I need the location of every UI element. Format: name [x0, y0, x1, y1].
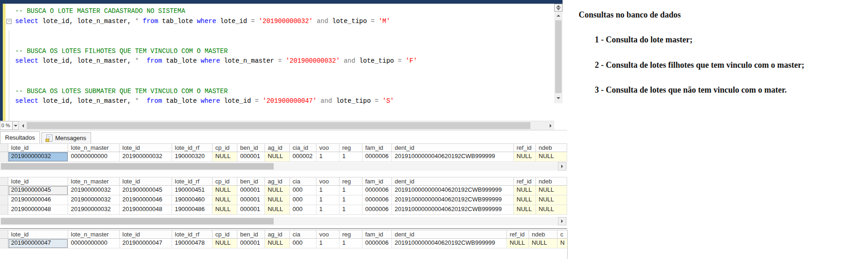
grid-cell[interactable]: 201900000032 — [68, 195, 120, 205]
grid-cell[interactable]: 000002 — [290, 152, 316, 162]
grid1-horizontal-scrollbar[interactable] — [0, 162, 567, 171]
grid-cell[interactable]: NULL — [536, 186, 567, 195]
row-header-corner[interactable] — [0, 143, 8, 152]
editor-line[interactable] — [15, 77, 554, 87]
column-header[interactable]: lote_n_master — [68, 177, 120, 186]
editor-line[interactable] — [15, 66, 554, 77]
column-header[interactable]: reg — [339, 143, 362, 152]
grid-cell[interactable]: 1 — [316, 152, 339, 162]
column-header[interactable]: lote_id — [120, 143, 172, 152]
row-header[interactable] — [0, 205, 8, 215]
column-header[interactable]: lote_id — [8, 143, 68, 152]
grid-cell[interactable]: 1 — [339, 186, 362, 195]
grid-cell[interactable]: 000 — [290, 239, 316, 248]
grid-cell[interactable]: 0000006 — [362, 195, 392, 205]
column-header[interactable]: dent_id — [392, 143, 514, 152]
grid-cell[interactable]: 20191000000040620192CWB999999 — [392, 152, 514, 162]
grid-cell[interactable]: NULL — [213, 186, 237, 195]
column-header[interactable]: dent_id — [392, 177, 514, 186]
column-header[interactable]: ndeb — [536, 177, 567, 186]
editor-zoom-level[interactable]: 0 % — [0, 121, 12, 130]
column-header[interactable]: voo — [316, 177, 339, 186]
row-header[interactable] — [0, 195, 8, 205]
grid-cell[interactable]: 2019100000000040620192CWB999999 — [392, 205, 514, 215]
grid-cell[interactable]: 201900000046 — [8, 195, 68, 205]
column-header[interactable]: reg — [339, 230, 362, 239]
row-header[interactable] — [0, 186, 8, 195]
column-header[interactable]: fam_id — [362, 177, 392, 186]
grid-cell[interactable]: 190000451 — [172, 186, 213, 195]
column-header[interactable]: lote_n_master — [68, 230, 120, 239]
column-header[interactable]: lote_id — [120, 177, 172, 186]
zoom-dropdown-button[interactable] — [12, 121, 19, 130]
grid-cell[interactable]: 201900000045 — [120, 186, 172, 195]
column-header[interactable]: lote_id_rf — [172, 177, 213, 186]
grid-cell[interactable]: 1 — [316, 239, 339, 248]
grid1-scroll-right-button[interactable] — [558, 162, 566, 171]
grid2-horizontal-scrollbar[interactable] — [0, 217, 567, 225]
grid-cell[interactable]: NULL — [514, 195, 536, 205]
grid-cell[interactable]: NULL — [514, 186, 536, 195]
grid-cell[interactable]: NULL — [507, 239, 529, 248]
column-header[interactable]: ndeb — [529, 230, 558, 239]
editor-line[interactable]: select lote_id, lote_n_master, * from ta… — [15, 96, 554, 106]
editor-line[interactable]: −select lote_id, lote_n_master, * from t… — [15, 17, 554, 27]
grid-cell[interactable]: NULL — [536, 205, 567, 215]
scroll-down-button[interactable] — [554, 95, 563, 101]
grid-cell[interactable]: NULL — [514, 205, 536, 215]
column-header[interactable]: lote_id_rf — [172, 143, 213, 152]
grid-cell[interactable]: 201900000032 — [68, 186, 120, 195]
grid-cell[interactable]: 00000000000 — [68, 152, 120, 162]
column-header[interactable]: cia — [290, 177, 316, 186]
grid-cell[interactable]: 2019100000000040620192CWB999999 — [392, 195, 514, 205]
column-header[interactable]: dent_id — [392, 230, 507, 239]
grid-cell[interactable]: 0000006 — [362, 152, 392, 162]
grid-cell[interactable]: NULL — [213, 195, 237, 205]
grid-cell[interactable]: NULL — [265, 195, 290, 205]
column-header[interactable]: fam_id — [362, 230, 392, 239]
grid-cell[interactable]: NULL — [213, 152, 237, 162]
grid-cell[interactable]: 201900000047 — [8, 239, 68, 248]
column-header[interactable]: ben_id — [237, 177, 265, 186]
column-header[interactable]: ref_id — [514, 143, 536, 152]
grid-cell[interactable]: 1 — [316, 205, 339, 215]
grid-cell[interactable]: 201900000046 — [120, 195, 172, 205]
tab-mensagens[interactable]: Mensagens — [41, 132, 91, 143]
column-header[interactable]: cia_id — [290, 143, 316, 152]
sql-editor[interactable]: -- BUSCA O LOTE MASTER CADASTRADO NO SIS… — [6, 4, 554, 121]
grid2-scroll-right-button[interactable] — [558, 217, 566, 225]
grid-cell[interactable]: 201900000032 — [120, 152, 172, 162]
grid-cell[interactable]: NULL — [213, 239, 237, 248]
grid2-hscroll-thumb[interactable] — [1, 218, 274, 224]
column-header[interactable]: ag_id — [265, 143, 290, 152]
column-header[interactable]: ben_id — [237, 143, 265, 152]
row-header-corner[interactable] — [0, 177, 8, 186]
grid-cell[interactable]: NULL — [265, 239, 290, 248]
row-header-corner[interactable] — [0, 230, 8, 239]
scroll-up-button[interactable] — [554, 12, 563, 19]
editor-line[interactable]: select lote_id, lote_n_master, * from ta… — [15, 56, 554, 66]
editor-line[interactable]: -- BUSCA OS LOTES SUBMATER QUE TEM VINCU… — [15, 87, 554, 97]
grid-cell[interactable]: 1 — [339, 195, 362, 205]
grid-cell[interactable]: 1 — [316, 186, 339, 195]
grid-cell[interactable]: 201900000032 — [8, 152, 68, 162]
editor-line[interactable]: -- BUSCA O LOTE MASTER CADASTRADO NO SIS… — [15, 6, 554, 17]
tab-resultados[interactable]: Resultados — [0, 131, 40, 143]
grid-cell[interactable]: NULL — [536, 195, 567, 205]
grid-cell[interactable]: 1 — [339, 205, 362, 215]
column-header[interactable]: lote_id_rf — [172, 230, 213, 239]
grid-cell[interactable]: 201900000048 — [120, 205, 172, 215]
grid-cell[interactable]: 0000006 — [362, 205, 392, 215]
grid-cell[interactable]: N — [558, 239, 567, 248]
column-header[interactable]: ref_id — [514, 177, 536, 186]
column-header[interactable]: voo — [316, 143, 339, 152]
grid-cell[interactable]: 201900000047 — [120, 239, 172, 248]
scroll-left-button[interactable] — [19, 121, 26, 130]
grid-cell[interactable]: 20191000000040620192CWB999999 — [392, 239, 507, 248]
column-header[interactable]: cp_id — [213, 143, 237, 152]
grid-cell[interactable]: NULL — [265, 152, 290, 162]
grid-cell[interactable]: NULL — [265, 186, 290, 195]
grid-cell[interactable]: 000 — [290, 186, 316, 195]
grid-cell[interactable]: 1 — [316, 195, 339, 205]
column-header[interactable]: lote_id — [8, 230, 68, 239]
